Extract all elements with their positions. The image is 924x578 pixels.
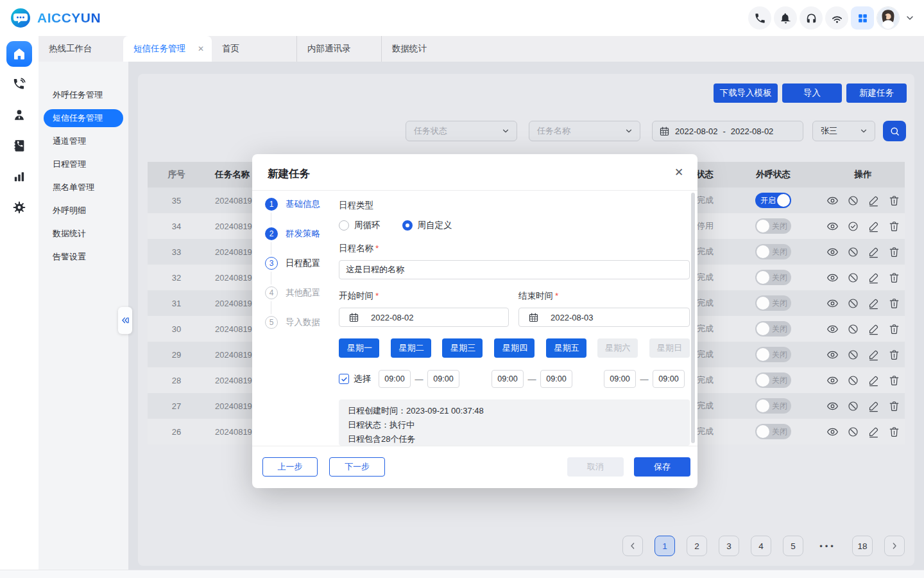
call-status-toggle[interactable]: 关闭 — [755, 270, 791, 285]
tab-hotline-workbench[interactable]: 热线工作台 — [38, 36, 123, 62]
sidebar-item-schedule[interactable]: 日程管理 — [44, 155, 123, 173]
weekday-sunday-button[interactable]: 星期日 — [649, 338, 690, 358]
page-ellipsis[interactable]: ••• — [815, 541, 841, 551]
edit-icon[interactable] — [868, 195, 880, 207]
disable-icon[interactable] — [847, 246, 859, 258]
disable-icon[interactable] — [847, 323, 859, 335]
step-import-data[interactable]: 5 导入数据 — [265, 316, 320, 329]
headset-icon[interactable] — [800, 6, 823, 30]
weekday-tuesday-button[interactable]: 星期二 — [391, 338, 431, 358]
time-to-input[interactable] — [653, 370, 685, 388]
call-status-toggle[interactable]: 关闭 — [755, 321, 791, 337]
sidebar-item-channel[interactable]: 通道管理 — [44, 132, 123, 150]
wifi-icon[interactable] — [825, 6, 848, 30]
chevron-down-icon[interactable] — [903, 12, 916, 24]
page-prev-button[interactable] — [622, 536, 643, 556]
edit-icon[interactable] — [868, 272, 880, 284]
disable-icon[interactable] — [847, 400, 859, 412]
delete-icon[interactable] — [888, 246, 900, 258]
page-button-5[interactable]: 5 — [783, 536, 803, 556]
time-to-input[interactable] — [540, 370, 572, 388]
owner-select[interactable]: 张三 — [812, 121, 875, 141]
step-mass-send-strategy[interactable]: 2 群发策略 — [265, 227, 320, 240]
enable-icon[interactable] — [847, 220, 859, 232]
prev-step-button[interactable]: 上一步 — [262, 457, 318, 477]
call-status-toggle[interactable]: 开启 — [755, 193, 791, 208]
sidebar-item-outbound-detail[interactable]: 外呼明细 — [44, 202, 123, 220]
sidebar-item-alert-settings[interactable]: 告警设置 — [44, 248, 123, 266]
schedule-name-input[interactable] — [339, 260, 690, 279]
page-button-1[interactable]: 1 — [654, 536, 675, 556]
download-template-button[interactable]: 下载导入模板 — [714, 83, 778, 103]
edit-icon[interactable] — [868, 426, 880, 438]
page-button-4[interactable]: 4 — [751, 536, 771, 556]
select-checkbox[interactable] — [339, 374, 349, 384]
gear-icon[interactable] — [12, 200, 26, 215]
sidebar-item-outbound-task[interactable]: 外呼任务管理 — [44, 86, 123, 104]
step-other-config[interactable]: 4 其他配置 — [265, 286, 320, 299]
weekday-monday-button[interactable]: 星期一 — [339, 338, 379, 358]
horizontal-scrollbar[interactable] — [0, 570, 924, 578]
weekday-saturday-button[interactable]: 星期六 — [597, 338, 638, 358]
call-status-toggle[interactable]: 关闭 — [755, 398, 791, 414]
edit-icon[interactable] — [868, 246, 880, 258]
apps-grid-icon[interactable] — [851, 6, 874, 30]
delete-icon[interactable] — [888, 195, 900, 207]
delete-icon[interactable] — [888, 426, 900, 438]
weekday-wednesday-button[interactable]: 星期三 — [442, 338, 483, 358]
cancel-button[interactable]: 取消 — [567, 457, 624, 477]
view-icon[interactable] — [826, 297, 839, 310]
edit-icon[interactable] — [868, 297, 880, 310]
disable-icon[interactable] — [847, 272, 859, 284]
date-range-picker[interactable]: 2022-08-02 - 2022-08-02 — [652, 121, 803, 141]
delete-icon[interactable] — [888, 220, 900, 232]
sidebar-item-data-statistics[interactable]: 数据统计 — [44, 225, 123, 243]
start-date-picker[interactable]: 2022-08-02 — [339, 308, 509, 327]
delete-icon[interactable] — [888, 297, 900, 310]
tab-sms-task-management[interactable]: 短信任务管理 ✕ — [123, 36, 212, 62]
disable-icon[interactable] — [847, 349, 859, 361]
tab-data-statistics[interactable]: 数据统计 — [381, 36, 466, 62]
view-icon[interactable] — [826, 349, 839, 361]
step-basic-info[interactable]: 1 基础信息 — [265, 198, 320, 211]
call-status-toggle[interactable]: 关闭 — [755, 218, 791, 234]
delete-icon[interactable] — [888, 272, 900, 284]
time-from-input[interactable] — [604, 370, 636, 388]
call-status-toggle[interactable]: 关闭 — [755, 372, 791, 388]
edit-icon[interactable] — [868, 374, 880, 387]
disable-icon[interactable] — [847, 374, 859, 387]
edit-icon[interactable] — [868, 349, 880, 361]
sidebar-item-sms-task[interactable]: 短信任务管理 — [44, 109, 123, 127]
view-icon[interactable] — [826, 323, 839, 335]
bar-chart-icon[interactable] — [12, 170, 26, 184]
create-task-button[interactable]: 新建任务 — [846, 83, 907, 103]
page-button-2[interactable]: 2 — [687, 536, 707, 556]
view-icon[interactable] — [826, 220, 839, 232]
delete-icon[interactable] — [888, 400, 900, 412]
phone-icon[interactable] — [748, 6, 771, 30]
call-status-toggle[interactable]: 关闭 — [755, 295, 791, 311]
radio-weekly-loop[interactable]: 周循环 — [339, 220, 381, 231]
task-status-select[interactable]: 任务状态 — [406, 121, 517, 141]
tab-close-icon[interactable]: ✕ — [198, 44, 204, 53]
step-schedule-config[interactable]: 3 日程配置 — [265, 257, 320, 270]
person-icon[interactable] — [12, 108, 26, 122]
search-button[interactable] — [883, 121, 906, 141]
disable-icon[interactable] — [847, 297, 859, 310]
delete-icon[interactable] — [888, 374, 900, 387]
call-icon[interactable] — [12, 77, 26, 91]
radio-weekly-custom[interactable]: 周自定义 — [402, 220, 452, 231]
view-icon[interactable] — [826, 272, 839, 284]
delete-icon[interactable] — [888, 323, 900, 335]
save-button[interactable]: 保存 — [634, 457, 690, 477]
view-icon[interactable] — [826, 195, 839, 207]
time-from-input[interactable] — [379, 370, 411, 388]
delete-icon[interactable] — [888, 349, 900, 361]
home-icon[interactable] — [6, 41, 32, 67]
edit-icon[interactable] — [868, 323, 880, 335]
next-step-button[interactable]: 下一步 — [329, 457, 385, 477]
view-icon[interactable] — [826, 246, 839, 258]
disable-icon[interactable] — [847, 426, 859, 438]
tab-home[interactable]: 首页 — [212, 36, 296, 62]
edit-icon[interactable] — [868, 220, 880, 232]
